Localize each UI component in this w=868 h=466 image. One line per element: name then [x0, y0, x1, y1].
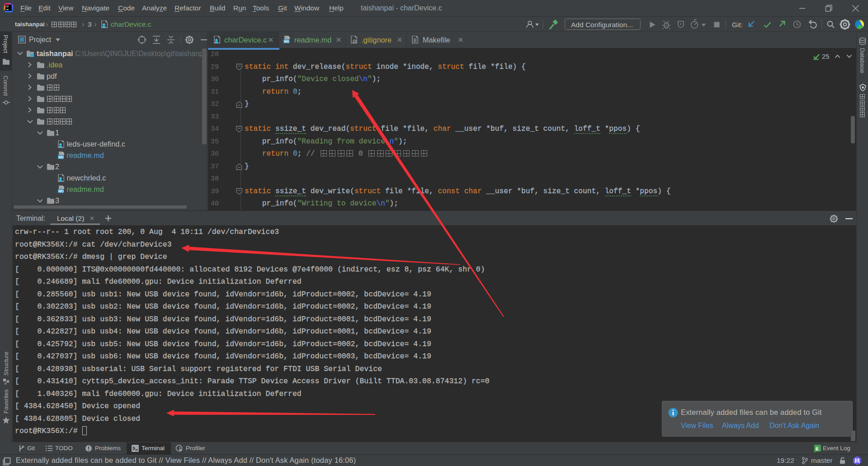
svg-text:Git:: Git: [732, 21, 743, 29]
svg-text:IJ: IJ [6, 5, 9, 8]
svg-text:Add Configuration...: Add Configuration... [571, 21, 633, 29]
svg-text:6: 6 [816, 446, 818, 452]
